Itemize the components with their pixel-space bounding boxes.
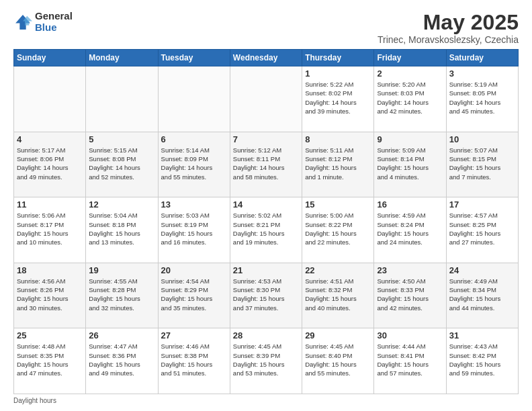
day-number: 29 [305, 330, 371, 340]
day-info: Sunrise: 4:53 AM Sunset: 8:30 PM Dayligh… [233, 277, 299, 312]
day-number: 31 [449, 330, 515, 340]
day-info: Sunrise: 5:04 AM Sunset: 8:18 PM Dayligh… [89, 211, 154, 246]
calendar-header-row: SundayMondayTuesdayWednesdayThursdayFrid… [14, 50, 519, 66]
title-block: May 2025 Trinec, Moravskoslezsky, Czechi… [378, 11, 519, 45]
day-info: Sunrise: 4:50 AM Sunset: 8:33 PM Dayligh… [377, 277, 443, 312]
calendar-cell [14, 66, 86, 132]
day-info: Sunrise: 4:47 AM Sunset: 8:36 PM Dayligh… [89, 342, 154, 377]
subtitle: Trinec, Moravskoslezsky, Czechia [378, 34, 519, 45]
calendar-cell: 11Sunrise: 5:06 AM Sunset: 8:17 PM Dayli… [14, 197, 86, 263]
calendar-header-wednesday: Wednesday [230, 50, 302, 66]
calendar-cell: 13Sunrise: 5:03 AM Sunset: 8:19 PM Dayli… [158, 197, 230, 263]
day-info: Sunrise: 5:22 AM Sunset: 8:02 PM Dayligh… [305, 80, 371, 116]
day-info: Sunrise: 4:44 AM Sunset: 8:41 PM Dayligh… [377, 342, 443, 377]
calendar-header-monday: Monday [86, 50, 158, 66]
day-info: Sunrise: 5:06 AM Sunset: 8:17 PM Dayligh… [17, 211, 83, 246]
day-info: Sunrise: 4:46 AM Sunset: 8:38 PM Dayligh… [161, 342, 227, 377]
day-info: Sunrise: 4:45 AM Sunset: 8:40 PM Dayligh… [305, 342, 371, 377]
day-number: 17 [449, 199, 515, 210]
calendar-header-friday: Friday [374, 50, 446, 66]
day-number: 6 [161, 134, 227, 144]
calendar-cell: 5Sunrise: 5:15 AM Sunset: 8:08 PM Daylig… [86, 132, 158, 197]
day-info: Sunrise: 4:54 AM Sunset: 8:29 PM Dayligh… [161, 277, 227, 312]
calendar-cell: 12Sunrise: 5:04 AM Sunset: 8:18 PM Dayli… [86, 197, 158, 263]
day-info: Sunrise: 5:09 AM Sunset: 8:14 PM Dayligh… [377, 146, 443, 181]
calendar-cell: 7Sunrise: 5:12 AM Sunset: 8:11 PM Daylig… [230, 132, 302, 197]
calendar-header-tuesday: Tuesday [158, 50, 230, 66]
calendar-cell: 16Sunrise: 4:59 AM Sunset: 8:24 PM Dayli… [374, 197, 446, 263]
logo-icon [13, 13, 32, 32]
calendar-cell [158, 66, 230, 132]
calendar-cell: 21Sunrise: 4:53 AM Sunset: 8:30 PM Dayli… [230, 263, 302, 328]
calendar-cell: 14Sunrise: 5:02 AM Sunset: 8:21 PM Dayli… [230, 197, 302, 263]
day-info: Sunrise: 5:19 AM Sunset: 8:05 PM Dayligh… [449, 80, 515, 116]
calendar-cell: 15Sunrise: 5:00 AM Sunset: 8:22 PM Dayli… [302, 197, 374, 263]
calendar-cell: 2Sunrise: 5:20 AM Sunset: 8:03 PM Daylig… [374, 66, 446, 132]
logo-text: General Blue [35, 11, 73, 33]
calendar-cell: 4Sunrise: 5:17 AM Sunset: 8:06 PM Daylig… [14, 132, 86, 197]
day-number: 27 [161, 330, 227, 340]
day-number: 9 [377, 134, 443, 144]
calendar-cell: 19Sunrise: 4:55 AM Sunset: 8:28 PM Dayli… [86, 263, 158, 328]
calendar-cell: 29Sunrise: 4:45 AM Sunset: 8:40 PM Dayli… [302, 328, 374, 394]
day-info: Sunrise: 4:51 AM Sunset: 8:32 PM Dayligh… [305, 277, 371, 312]
day-info: Sunrise: 4:55 AM Sunset: 8:28 PM Dayligh… [89, 277, 154, 312]
calendar-cell [230, 66, 302, 132]
calendar-cell: 10Sunrise: 5:07 AM Sunset: 8:15 PM Dayli… [446, 132, 518, 197]
calendar-cell: 17Sunrise: 4:57 AM Sunset: 8:25 PM Dayli… [446, 197, 518, 263]
day-number: 4 [17, 134, 83, 144]
day-number: 12 [89, 199, 154, 210]
calendar-cell: 6Sunrise: 5:14 AM Sunset: 8:09 PM Daylig… [158, 132, 230, 197]
day-info: Sunrise: 5:12 AM Sunset: 8:11 PM Dayligh… [233, 146, 299, 181]
day-number: 2 [377, 68, 443, 79]
page: General Blue May 2025 Trinec, Moravskosl… [0, 0, 532, 411]
day-number: 13 [161, 199, 227, 210]
day-number: 21 [233, 265, 299, 275]
header: General Blue May 2025 Trinec, Moravskosl… [13, 11, 519, 45]
day-info: Sunrise: 5:00 AM Sunset: 8:22 PM Dayligh… [305, 211, 371, 246]
calendar-cell: 23Sunrise: 4:50 AM Sunset: 8:33 PM Dayli… [374, 263, 446, 328]
day-info: Sunrise: 5:02 AM Sunset: 8:21 PM Dayligh… [233, 211, 299, 246]
day-info: Sunrise: 5:11 AM Sunset: 8:12 PM Dayligh… [305, 146, 371, 181]
day-number: 8 [305, 134, 371, 144]
logo-blue-label: Blue [35, 22, 73, 34]
day-number: 7 [233, 134, 299, 144]
day-info: Sunrise: 5:15 AM Sunset: 8:08 PM Dayligh… [89, 146, 154, 181]
main-title: May 2025 [378, 11, 519, 34]
day-number: 28 [233, 330, 299, 340]
day-number: 15 [305, 199, 371, 210]
day-number: 16 [377, 199, 443, 210]
day-number: 1 [305, 68, 371, 79]
day-number: 24 [449, 265, 515, 275]
day-number: 11 [17, 199, 83, 210]
calendar-header-thursday: Thursday [302, 50, 374, 66]
calendar-cell: 24Sunrise: 4:49 AM Sunset: 8:34 PM Dayli… [446, 263, 518, 328]
calendar-cell: 20Sunrise: 4:54 AM Sunset: 8:29 PM Dayli… [158, 263, 230, 328]
day-number: 26 [89, 330, 154, 340]
day-number: 20 [161, 265, 227, 275]
calendar-cell: 8Sunrise: 5:11 AM Sunset: 8:12 PM Daylig… [302, 132, 374, 197]
day-number: 23 [377, 265, 443, 275]
day-info: Sunrise: 5:07 AM Sunset: 8:15 PM Dayligh… [449, 146, 515, 181]
day-number: 10 [449, 134, 515, 144]
calendar-cell: 30Sunrise: 4:44 AM Sunset: 8:41 PM Dayli… [374, 328, 446, 394]
day-info: Sunrise: 4:49 AM Sunset: 8:34 PM Dayligh… [449, 277, 515, 312]
day-number: 22 [305, 265, 371, 275]
day-number: 19 [89, 265, 154, 275]
calendar-cell: 25Sunrise: 4:48 AM Sunset: 8:35 PM Dayli… [14, 328, 86, 394]
logo: General Blue [13, 11, 73, 33]
day-number: 25 [17, 330, 83, 340]
calendar-week-4: 18Sunrise: 4:56 AM Sunset: 8:26 PM Dayli… [14, 263, 519, 328]
day-number: 18 [17, 265, 83, 275]
day-info: Sunrise: 4:45 AM Sunset: 8:39 PM Dayligh… [233, 342, 299, 377]
day-info: Sunrise: 4:56 AM Sunset: 8:26 PM Dayligh… [17, 277, 83, 312]
day-info: Sunrise: 5:20 AM Sunset: 8:03 PM Dayligh… [377, 80, 443, 116]
logo-general-label: General [35, 11, 73, 22]
calendar-cell: 9Sunrise: 5:09 AM Sunset: 8:14 PM Daylig… [374, 132, 446, 197]
calendar-header-saturday: Saturday [446, 50, 518, 66]
day-info: Sunrise: 4:57 AM Sunset: 8:25 PM Dayligh… [449, 211, 515, 246]
day-number: 5 [89, 134, 154, 144]
calendar-header-sunday: Sunday [14, 50, 86, 66]
day-number: 30 [377, 330, 443, 340]
calendar-cell: 22Sunrise: 4:51 AM Sunset: 8:32 PM Dayli… [302, 263, 374, 328]
